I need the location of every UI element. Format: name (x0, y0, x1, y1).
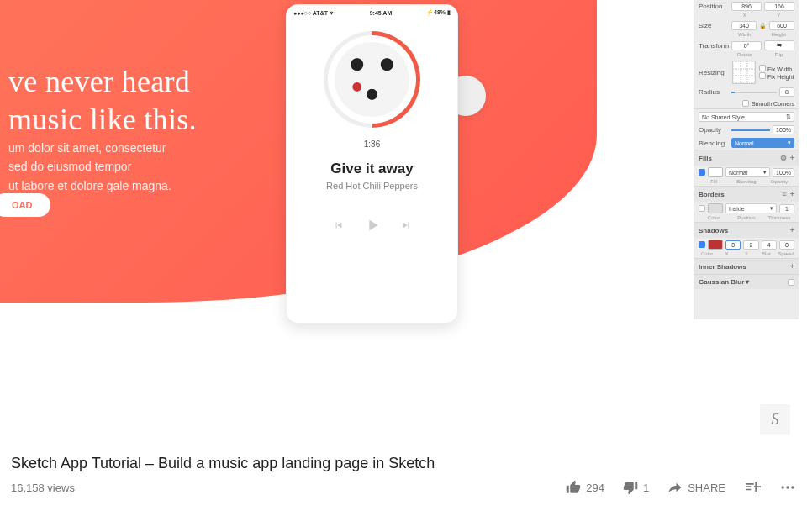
video-title: Sketch App Tutorial – Build a music app … (11, 455, 796, 472)
gaussian-blur-section: Gaussian Blur ▾ (699, 278, 749, 286)
smooth-corners-checkbox[interactable] (742, 100, 749, 107)
opacity-slider[interactable] (731, 129, 770, 131)
prev-track-icon[interactable] (333, 219, 345, 234)
hero-headline-line1: ve never heard (8, 63, 197, 101)
border-position-select[interactable]: Inside▾ (725, 203, 777, 213)
fill-opacity-field[interactable]: 100% (773, 168, 794, 177)
rotate-field[interactable]: 0° (731, 41, 762, 50)
carrier-label: ●●●○○ AT&T ᯤ (293, 10, 335, 16)
shadows-section: Shadows (699, 227, 728, 234)
album-artwork (335, 42, 409, 116)
add-fill-icon[interactable]: + (790, 154, 794, 162)
fills-section: Fills (699, 155, 712, 162)
album-progress-ring (324, 31, 420, 128)
hero-body-line2: sed do eiusmod tempor (8, 157, 171, 176)
opacity-label: Opacity (699, 126, 729, 134)
resizing-anchor-grid[interactable] (732, 61, 756, 84)
sketch-inspector-panel: Position 896 166 XY Size 340 🔒 600 Width… (694, 0, 799, 319)
border-color-swatch[interactable] (708, 203, 723, 213)
like-button[interactable]: 294 (566, 480, 604, 495)
dislike-count: 1 (643, 482, 649, 494)
save-to-playlist-button[interactable] (744, 479, 761, 496)
hero-headline-line2: music like this. (8, 101, 197, 139)
size-height-field[interactable]: 600 (769, 21, 794, 30)
fill-enabled-checkbox[interactable] (699, 169, 705, 176)
thumbs-down-icon (623, 480, 638, 495)
gaussian-blur-checkbox[interactable] (788, 279, 794, 286)
track-title: Give it away (287, 161, 457, 177)
video-player-frame: ve never heard music like this. um dolor… (8, 0, 799, 443)
shadow-color-swatch[interactable] (708, 240, 723, 250)
next-track-icon[interactable] (400, 219, 412, 234)
share-label: SHARE (688, 482, 725, 494)
fill-blend-select[interactable]: Normal▾ (725, 167, 770, 177)
radius-field[interactable]: 8 (779, 87, 794, 97)
shadow-enabled-checkbox[interactable] (699, 241, 705, 248)
borders-section: Borders (699, 191, 725, 198)
fill-color-swatch[interactable] (708, 167, 723, 177)
playlist-add-icon (744, 479, 761, 496)
channel-watermark[interactable]: S (760, 404, 790, 435)
add-inner-shadow-icon[interactable]: + (790, 262, 794, 271)
flip-control[interactable]: ⇋ (764, 40, 794, 50)
border-enabled-checkbox[interactable] (699, 205, 705, 212)
dislike-button[interactable]: 1 (623, 480, 649, 495)
shadow-spread-field[interactable]: 0 (779, 240, 794, 250)
svg-point-1 (786, 486, 789, 488)
blending-select[interactable]: Normal▾ (731, 138, 794, 148)
opacity-field[interactable]: 100% (773, 125, 794, 134)
size-width-field[interactable]: 340 (731, 21, 757, 30)
gear-icon[interactable]: ⚙ (780, 154, 787, 162)
battery-label: ⚡48% ▮ (426, 9, 451, 16)
shadow-x-field[interactable]: 0 (725, 240, 741, 250)
inner-shadows-section: Inner Shadows (699, 263, 746, 271)
svg-point-0 (782, 486, 784, 488)
lock-icon[interactable]: 🔒 (759, 23, 767, 29)
radius-slider[interactable] (731, 92, 777, 93)
track-artist: Red Hot Chili Peppers (287, 181, 457, 191)
transform-label: Transform (699, 42, 729, 50)
more-horizontal-icon (779, 479, 796, 496)
svg-point-2 (791, 486, 794, 488)
play-icon[interactable] (363, 216, 382, 238)
hero-headline: ve never heard music like this. (8, 63, 197, 139)
thumbs-up-icon (566, 480, 581, 495)
shadow-y-field[interactable]: 2 (743, 240, 758, 250)
radius-label: Radius (699, 88, 729, 96)
borders-menu-icon[interactable]: ≡ (782, 190, 786, 198)
size-label: Size (699, 22, 729, 29)
share-icon (667, 480, 683, 495)
cta-download-button[interactable]: OAD (0, 193, 50, 217)
position-y-field[interactable]: 166 (764, 2, 794, 11)
hero-body-line1: um dolor sit amet, consectetur (8, 139, 171, 157)
blending-label: Blending (699, 140, 729, 147)
more-actions-button[interactable] (779, 479, 796, 496)
timecode-label: 1:36 (287, 140, 457, 149)
like-count: 294 (586, 482, 604, 494)
share-button[interactable]: SHARE (667, 480, 725, 495)
clock-label: 9:45 AM (370, 10, 393, 16)
position-label: Position (699, 3, 729, 10)
phone-mockup: ●●●○○ AT&T ᯤ 9:45 AM ⚡48% ▮ 1:36 Give it… (286, 4, 458, 324)
video-meta: Sketch App Tutorial – Build a music app … (11, 455, 796, 496)
add-shadow-icon[interactable]: + (790, 226, 794, 234)
shared-style-select[interactable]: No Shared Style⇅ (699, 112, 794, 122)
hero-body-line3: ut labore et dolore gale magna. (8, 176, 171, 195)
sketch-canvas: ve never heard music like this. um dolor… (8, 0, 799, 443)
resizing-label: Resizing (699, 69, 729, 76)
border-thickness-field[interactable]: 1 (779, 204, 794, 213)
add-border-icon[interactable]: + (790, 190, 794, 198)
shadow-blur-field[interactable]: 4 (762, 240, 777, 250)
fix-height-checkbox[interactable]: Fix Height (759, 72, 794, 80)
fix-width-checkbox[interactable]: Fix Width (759, 65, 794, 72)
status-bar: ●●●○○ AT&T ᯤ 9:45 AM ⚡48% ▮ (287, 5, 457, 16)
view-count: 16,158 views (11, 482, 75, 494)
album-cover (328, 35, 416, 124)
player-controls (287, 216, 457, 238)
hero-body: um dolor sit amet, consectetur sed do ei… (8, 139, 171, 195)
video-actions: 294 1 SHARE (566, 479, 796, 496)
position-x-field[interactable]: 896 (731, 2, 762, 11)
